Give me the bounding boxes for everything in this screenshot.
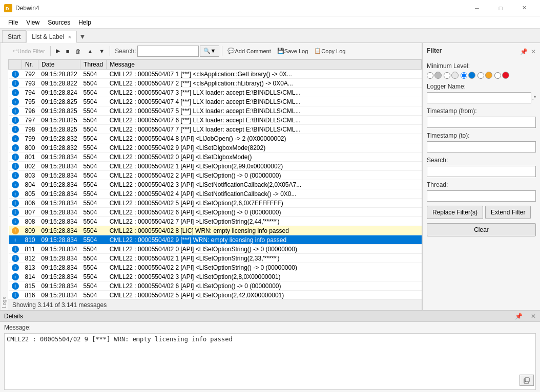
- level-radio-light[interactable]: [444, 72, 459, 79]
- cell-date: 09:15:28.834: [38, 254, 80, 263]
- level-icon: i: [12, 236, 19, 244]
- details-close-icon[interactable]: ✕: [531, 313, 536, 320]
- menu-file[interactable]: File: [4, 18, 22, 27]
- col-date[interactable]: Date: [38, 60, 80, 70]
- details-copy-button[interactable]: [520, 375, 534, 386]
- cell-message: CMLL22 : 00005504/02 1 [API] <LlSetOptio…: [107, 254, 422, 263]
- cell-message: CMLL22 : 00005504/02 2 [API] <LlSetOptio…: [107, 171, 422, 180]
- timestamp-from-input[interactable]: [427, 117, 536, 128]
- table-body: i79209:15:28.8225504CMLL22 : 00005504/07…: [9, 70, 422, 299]
- minimize-button[interactable]: ─: [465, 0, 489, 16]
- table-row[interactable]: i80809:15:28.8345504CMLL22 : 00005504/02…: [9, 217, 422, 226]
- close-button[interactable]: ✕: [512, 0, 536, 16]
- cell-date: 09:15:28.822: [38, 70, 80, 79]
- table-row[interactable]: i79409:15:28.8245504CMLL22 : 00005504/07…: [9, 88, 422, 97]
- table-row[interactable]: i80209:15:28.8345504CMLL22 : 00005504/02…: [9, 162, 422, 171]
- cell-message: CMLL22 : 00005504/07 1 [***] <clsApplica…: [107, 70, 422, 79]
- table-row[interactable]: i81609:15:28.8345504CMLL22 : 00005504/02…: [9, 291, 422, 299]
- level-radio-info[interactable]: [461, 72, 475, 79]
- cell-date: 09:15:28.834: [38, 153, 80, 162]
- cell-thread: 5504: [80, 281, 107, 291]
- table-row[interactable]: i80109:15:28.8345504CMLL22 : 00005504/02…: [9, 153, 422, 162]
- cell-message: CMLL22 : 00005504/02 6 [API] <LlSetOptio…: [107, 208, 422, 217]
- tab-close-icon[interactable]: ×: [68, 34, 71, 40]
- stop-button[interactable]: ■: [64, 45, 72, 57]
- play-button[interactable]: ▶: [53, 45, 63, 57]
- cell-thread: 5504: [80, 116, 107, 125]
- table-row[interactable]: i80609:15:28.8345504CMLL22 : 00005504/02…: [9, 199, 422, 208]
- table-row[interactable]: i79809:15:28.8255504CMLL22 : 00005504/07…: [9, 125, 422, 134]
- table-row[interactable]: i79709:15:28.8255504CMLL22 : 00005504/07…: [9, 116, 422, 125]
- cell-thread: 5504: [80, 171, 107, 180]
- search-exec-button[interactable]: 🔍▼: [200, 46, 220, 57]
- table-row[interactable]: i79909:15:28.8325504CMLL22 : 00005504/04…: [9, 134, 422, 143]
- filter-pin-icon[interactable]: 📌: [520, 48, 528, 55]
- cell-date: 09:15:28.834: [38, 171, 80, 180]
- cell-nr: 792: [22, 70, 38, 79]
- cell-level: i: [9, 79, 22, 88]
- level-radio-empty[interactable]: [427, 72, 442, 79]
- logger-name-input[interactable]: [427, 92, 531, 103]
- table-row[interactable]: i81309:15:28.8345504CMLL22 : 00005504/02…: [9, 263, 422, 272]
- copy-log-button[interactable]: 📋 Copy Log: [311, 45, 348, 57]
- clear-button[interactable]: Clear: [427, 223, 536, 236]
- table-row[interactable]: i79309:15:28.8225504CMLL22 : 00005504/07…: [9, 79, 422, 88]
- cell-thread: 5504: [80, 217, 107, 226]
- level-radio-warning[interactable]: [477, 72, 492, 79]
- save-log-button[interactable]: 💾 Save Log: [275, 45, 310, 57]
- delete-button[interactable]: 🗑: [73, 45, 84, 57]
- undo-filter-button[interactable]: ↩ Undo Filter: [10, 45, 48, 57]
- cell-nr: 807: [22, 208, 38, 217]
- menu-view[interactable]: View: [22, 18, 44, 27]
- cell-date: 09:15:28.834: [38, 162, 80, 171]
- table-row[interactable]: !80909:15:28.8345504CMLL22 : 00005504/02…: [9, 226, 422, 235]
- level-circle-debug: [451, 72, 459, 79]
- move-down-button[interactable]: ▼: [96, 45, 107, 57]
- table-row[interactable]: i79609:15:28.8255504CMLL22 : 00005504/07…: [9, 106, 422, 116]
- move-up-button[interactable]: ▲: [85, 45, 95, 57]
- table-row[interactable]: i80309:15:28.8345504CMLL22 : 00005504/02…: [9, 171, 422, 180]
- level-radio-error[interactable]: [494, 72, 509, 79]
- table-row[interactable]: i79209:15:28.8225504CMLL22 : 00005504/07…: [9, 70, 422, 79]
- table-row[interactable]: i80509:15:28.8345504CMLL22 : 00005504/02…: [9, 189, 422, 199]
- table-row[interactable]: i81409:15:28.8345504CMLL22 : 00005504/02…: [9, 272, 422, 281]
- menu-help[interactable]: Help: [74, 18, 95, 27]
- cell-date: 09:15:28.832: [38, 143, 80, 153]
- tab-start[interactable]: Start: [2, 30, 26, 42]
- level-icon: i: [12, 292, 19, 299]
- table-row[interactable]: i80709:15:28.8345504CMLL22 : 00005504/02…: [9, 208, 422, 217]
- cell-nr: 794: [22, 88, 38, 97]
- col-thread[interactable]: Thread: [80, 60, 107, 70]
- filter-panel-header: Filter 📌 ✕: [427, 47, 536, 56]
- table-row[interactable]: i79509:15:28.8255504CMLL22 : 00005504/07…: [9, 97, 422, 106]
- toolbar-sep-2: [110, 46, 110, 56]
- replace-filter-button[interactable]: Replace Filter(s): [427, 206, 483, 219]
- search-input[interactable]: [137, 46, 199, 57]
- cell-nr: 805: [22, 189, 38, 199]
- maximize-button[interactable]: □: [489, 0, 512, 16]
- filter-close-icon[interactable]: ✕: [531, 48, 536, 55]
- menu-sources[interactable]: Sources: [44, 18, 74, 27]
- extend-filter-button[interactable]: Extend Filter: [485, 206, 531, 219]
- add-comment-button[interactable]: 💬 Add Comment: [225, 45, 273, 57]
- cell-nr: 800: [22, 143, 38, 153]
- table-row[interactable]: i81009:15:28.8345504CMLL22 : 00005504/02…: [9, 235, 422, 245]
- cell-level: i: [9, 254, 22, 263]
- tab-list-label[interactable]: List & Label ×: [26, 31, 77, 43]
- log-table-container[interactable]: Nr. Date Thread Message i79209:15:28.822…: [8, 59, 422, 299]
- table-row[interactable]: i80009:15:28.8325504CMLL22 : 00005504/02…: [9, 143, 422, 153]
- details-header: Details 📌 ✕: [0, 311, 540, 322]
- table-row[interactable]: i81209:15:28.8345504CMLL22 : 00005504/02…: [9, 254, 422, 263]
- filter-search-input[interactable]: [427, 166, 536, 177]
- col-message[interactable]: Message: [107, 60, 422, 70]
- timestamp-to-input[interactable]: [427, 141, 536, 153]
- col-nr[interactable]: Nr.: [22, 60, 38, 70]
- tab-dropdown[interactable]: ▼: [77, 30, 88, 42]
- table-row[interactable]: i80409:15:28.8345504CMLL22 : 00005504/02…: [9, 180, 422, 189]
- cell-thread: 5504: [80, 245, 107, 254]
- thread-input[interactable]: [427, 190, 536, 202]
- details-pin-icon[interactable]: 📌: [515, 313, 523, 320]
- cell-thread: 5504: [80, 180, 107, 189]
- table-row[interactable]: i81109:15:28.8345504CMLL22 : 00005504/02…: [9, 245, 422, 254]
- table-row[interactable]: i81509:15:28.8345504CMLL22 : 00005504/02…: [9, 281, 422, 291]
